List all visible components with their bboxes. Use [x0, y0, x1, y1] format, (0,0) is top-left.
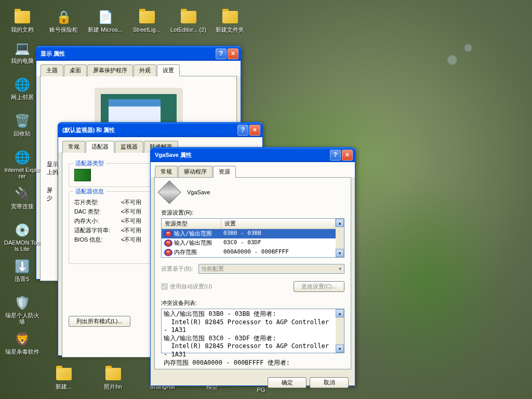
change-setting-button: 更改设置(C)...: [294, 281, 344, 292]
resource-type: 输入/输出范围: [174, 230, 223, 238]
scroll-up-button[interactable]: ▴: [336, 219, 344, 227]
resource-row[interactable]: 输入/输出范围03B0 - 03BB: [162, 229, 336, 238]
tab-屏幕保护程序[interactable]: 屏幕保护程序: [87, 64, 133, 76]
close-button[interactable]: ×: [249, 125, 260, 136]
conflict-text: 输入/输出范围 03B0 - 03BB 使用者: Intel(R) 82845 …: [162, 309, 336, 353]
icon-glyph: [222, 9, 238, 25]
resource-row[interactable]: 输入/输出范围03C0 - 03DF: [162, 238, 336, 248]
info-value: <不可用: [121, 208, 141, 216]
scroll-down-button[interactable]: ▾: [336, 249, 344, 257]
resource-icon: [164, 240, 172, 247]
tab-监视器[interactable]: 监视器: [115, 141, 143, 153]
desktop-icon[interactable]: 🌐Internet Explorer: [3, 148, 42, 180]
window-title: VgaSave 属性: [153, 151, 330, 159]
desktop-icon[interactable]: 🔌宽带连接: [3, 184, 42, 210]
icon-label: DAEMON Tools Lite: [4, 240, 41, 252]
auto-settings-checkbox: 使用自动设置(U): [161, 283, 212, 290]
tab-常规[interactable]: 常规: [155, 166, 178, 178]
desktop-icon[interactable]: ⬇️迅雷5: [3, 257, 42, 283]
checkbox-input: [161, 283, 168, 290]
group-title: 适配器类型: [73, 159, 106, 167]
tab-strip: 主题桌面屏幕保护程序外观设置: [36, 61, 241, 76]
icon-glyph: 🌐: [14, 76, 31, 93]
scrollbar[interactable]: ▴ ▾: [336, 219, 344, 257]
icon-glyph: 🔌: [14, 185, 31, 202]
icon-label: Internet Explorer: [4, 167, 41, 179]
help-button[interactable]: ?: [330, 150, 341, 161]
icon-glyph: 🗑️: [14, 113, 31, 129]
close-button[interactable]: ×: [228, 48, 238, 59]
titlebar[interactable]: 显示 属性 ? ×: [36, 46, 241, 61]
desktop-icon[interactable]: 🦁瑞星杀毒软件: [3, 330, 42, 356]
device-icon: [157, 180, 181, 204]
desktop-icon[interactable]: LotEditor... (2): [169, 3, 208, 39]
tab-设置[interactable]: 设置: [157, 64, 180, 76]
col-type[interactable]: 资源类型: [162, 219, 221, 229]
icon-label: 新建文件夹: [216, 26, 244, 33]
desktop-icon[interactable]: 🗑️回收站: [3, 112, 42, 138]
adapter-chip-icon: [74, 169, 91, 181]
icon-label: LotEditor... (2): [170, 26, 206, 33]
icon-label: 我的文档: [11, 26, 34, 33]
setting-based-label: 设置基于(B):: [161, 265, 193, 273]
resource-type: 内存范围: [174, 248, 223, 257]
scrollbar[interactable]: ▴ ▾: [336, 309, 344, 353]
resource-row[interactable]: 内存范围000A0000 - 000BFFFF: [162, 248, 336, 257]
close-button[interactable]: ×: [342, 150, 353, 161]
setting-based-dropdown: 当前配置 ▾: [198, 264, 344, 274]
icon-glyph: 🦁: [14, 331, 31, 348]
vgasave-properties-window: VgaSave 属性 ? × 常规驱动程序资源 VgaSave 资源设置(R):…: [150, 147, 355, 386]
icon-glyph: ⬇️: [14, 258, 31, 275]
desktop-icon[interactable]: 💻我的电脑: [3, 39, 42, 65]
window-title: (默认监视器) 和 属性: [60, 126, 237, 134]
tab-适配器[interactable]: 适配器: [86, 141, 114, 153]
icon-label: 照片hn: [104, 383, 122, 390]
resource-listview[interactable]: 资源类型 设置 输入/输出范围03B0 - 03BB输入/输出范围03C0 - …: [161, 218, 344, 258]
titlebar[interactable]: VgaSave 属性 ? ×: [151, 148, 355, 162]
desktop-icon[interactable]: 我的文档: [3, 3, 42, 39]
desktop-icon[interactable]: 💿DAEMON Tools Lite: [3, 221, 42, 253]
conflict-list[interactable]: 输入/输出范围 03B0 - 03BB 使用者: Intel(R) 82845 …: [161, 309, 344, 353]
cancel-button[interactable]: 取消: [310, 377, 349, 388]
icon-label: 回收站: [14, 130, 31, 137]
list-modes-button[interactable]: 列出所有模式(L)...: [69, 316, 130, 327]
desktop-icon[interactable]: 🛡️瑞星个人防火墙: [3, 294, 42, 326]
icon-label: 迅雷5: [15, 276, 29, 282]
scroll-up-button[interactable]: ▴: [336, 309, 344, 317]
listview-header: 资源类型 设置: [162, 219, 336, 229]
scroll-down-button[interactable]: ▾: [336, 344, 344, 353]
info-value: <不可用: [121, 227, 141, 234]
icon-glyph: [14, 9, 31, 25]
ok-button[interactable]: 确定: [268, 377, 307, 388]
tab-content: VgaSave 资源设置(R): 资源类型 设置 输入/输出范围03B0 - 0…: [154, 177, 351, 369]
window-title: 显示 属性: [38, 50, 216, 58]
info-value: <不可用: [121, 217, 141, 225]
icon-label: 新建...: [56, 383, 72, 390]
desktop-icon[interactable]: 🔒账号保险柜: [44, 3, 83, 39]
col-setting[interactable]: 设置: [221, 219, 336, 229]
titlebar[interactable]: (默认监视器) 和 属性 ? ×: [58, 123, 262, 137]
help-button[interactable]: ?: [237, 125, 248, 136]
icon-label: 账号保险柜: [49, 26, 78, 33]
resource-icon: [164, 230, 172, 237]
tab-资源[interactable]: 资源: [213, 166, 236, 178]
tab-驱动程序[interactable]: 驱动程序: [178, 166, 212, 178]
info-label: 芯片类型:: [74, 198, 121, 206]
tab-桌面[interactable]: 桌面: [64, 64, 87, 76]
tab-常规[interactable]: 常规: [62, 141, 85, 153]
desktop-icon[interactable]: 照片hn: [94, 362, 132, 394]
icon-glyph: 💿: [14, 222, 31, 238]
icon-label: 瑞星个人防火墙: [4, 312, 41, 325]
icon-label: 瑞星杀毒软件: [5, 349, 39, 355]
icon-glyph: [139, 9, 155, 25]
desktop-icon[interactable]: 📄新建 Micros...: [86, 3, 125, 39]
tab-主题[interactable]: 主题: [41, 64, 63, 76]
help-button[interactable]: ?: [216, 48, 227, 59]
icon-glyph: 🛡️: [14, 295, 31, 311]
desktop-icon[interactable]: 新建文件夹: [210, 3, 249, 39]
resource-setting: 000A0000 - 000BFFFF: [223, 248, 289, 257]
desktop-icon[interactable]: 🌐网上邻居: [3, 75, 42, 101]
desktop-icon[interactable]: StreetLig...: [127, 3, 166, 39]
desktop-icon[interactable]: 新建...: [44, 362, 83, 394]
tab-外观[interactable]: 外观: [134, 64, 156, 76]
